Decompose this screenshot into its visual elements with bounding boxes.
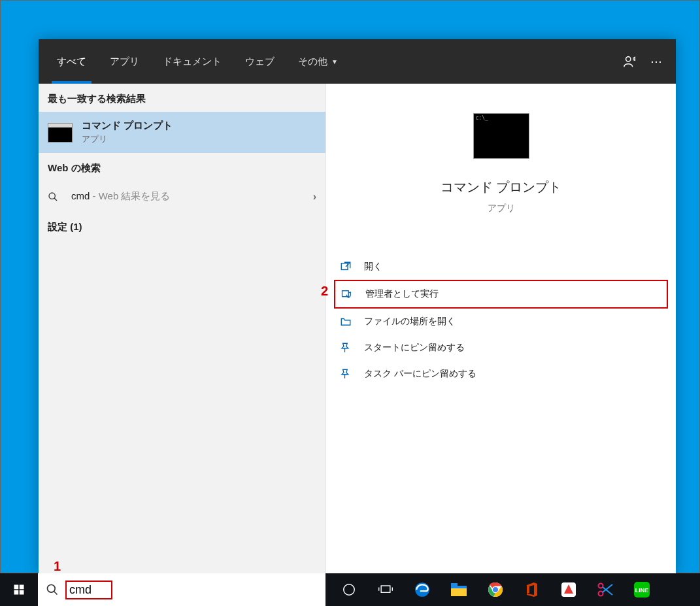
taskbar-line[interactable]: LINE xyxy=(624,573,660,606)
result-command-prompt[interactable]: コマンド プロンプト アプリ xyxy=(39,112,325,153)
pin-icon xyxy=(339,367,352,380)
details-title: コマンド プロンプト xyxy=(441,178,562,196)
taskbar-chrome[interactable] xyxy=(477,573,514,606)
svg-rect-7 xyxy=(14,585,19,590)
svg-rect-8 xyxy=(20,585,24,590)
open-icon xyxy=(339,260,352,273)
action-list: 開く 2 管理者として実行 ファイルの場所を開く スタートにピン留めする xyxy=(326,254,676,387)
svg-point-11 xyxy=(48,585,56,593)
tab-apps[interactable]: アプリ xyxy=(98,39,151,84)
action-pin-start[interactable]: スタートにピン留めする xyxy=(334,335,668,361)
taskbar-office[interactable] xyxy=(514,573,550,606)
action-pin-taskbar[interactable]: タスク バーにピン留めする xyxy=(334,361,668,387)
svg-point-26 xyxy=(599,584,603,588)
svg-rect-3 xyxy=(341,263,348,270)
tab-more[interactable]: その他▼ xyxy=(286,39,350,84)
pin-icon xyxy=(339,341,352,354)
annotation-1: 1 xyxy=(54,559,61,574)
web-search-result[interactable]: cmd - Web 結果を見る › xyxy=(39,181,325,212)
chevron-right-icon: › xyxy=(313,191,316,203)
web-search-label: Web の検索 xyxy=(39,153,325,181)
results-left-column: 最も一致する検索結果 コマンド プロンプト アプリ Web の検索 cmd - … xyxy=(39,84,326,573)
taskbar-taskview[interactable] xyxy=(367,573,404,606)
result-title: コマンド プロンプト xyxy=(82,120,173,132)
cmd-large-icon xyxy=(473,113,529,159)
svg-point-1 xyxy=(49,193,55,199)
action-pin-start-label: スタートにピン留めする xyxy=(364,342,465,354)
svg-line-2 xyxy=(54,198,57,201)
folder-icon xyxy=(339,315,352,328)
svg-rect-10 xyxy=(20,590,24,595)
result-subtitle: アプリ xyxy=(82,133,173,145)
panel-body: 最も一致する検索結果 コマンド プロンプト アプリ Web の検索 cmd - … xyxy=(39,84,676,573)
svg-point-25 xyxy=(599,592,603,596)
search-icon xyxy=(48,192,61,202)
action-open-label: 開く xyxy=(364,261,382,273)
tab-web[interactable]: ウェブ xyxy=(233,39,286,84)
search-icon xyxy=(46,583,59,596)
svg-rect-4 xyxy=(342,291,349,297)
taskbar-search-box[interactable]: 1 xyxy=(38,573,325,606)
details-right-column: コマンド プロンプト アプリ 開く 2 管理者として実行 ファイルの場所を開く xyxy=(326,84,676,573)
svg-text:LINE: LINE xyxy=(635,587,649,594)
more-options-icon[interactable]: ⋯ xyxy=(643,48,669,75)
action-run-as-admin-label: 管理者として実行 xyxy=(365,288,439,300)
action-open[interactable]: 開く xyxy=(334,254,668,280)
taskbar-cortana[interactable] xyxy=(331,573,367,606)
taskbar: 1 LINE xyxy=(0,573,700,606)
web-result-text: cmd - Web 結果を見る xyxy=(71,190,313,203)
feedback-icon[interactable] xyxy=(617,48,643,75)
annotation-2: 2 xyxy=(321,284,328,299)
action-open-location[interactable]: ファイルの場所を開く xyxy=(334,309,668,335)
search-input[interactable] xyxy=(69,583,108,597)
cmd-thumbnail-icon xyxy=(48,123,73,143)
svg-rect-20 xyxy=(451,586,467,588)
svg-rect-14 xyxy=(381,586,390,592)
action-run-as-admin[interactable]: 管理者として実行 xyxy=(334,280,668,309)
action-open-location-label: ファイルの場所を開く xyxy=(364,316,456,328)
taskbar-app-red[interactable] xyxy=(550,573,587,606)
action-pin-taskbar-label: タスク バーにピン留めする xyxy=(364,368,476,380)
taskbar-explorer[interactable] xyxy=(441,573,477,606)
chevron-down-icon: ▼ xyxy=(331,58,338,65)
taskbar-snip[interactable] xyxy=(587,573,624,606)
svg-rect-9 xyxy=(14,590,19,595)
taskbar-edge[interactable] xyxy=(404,573,441,606)
best-match-label: 最も一致する検索結果 xyxy=(39,84,325,112)
svg-point-13 xyxy=(344,584,355,596)
search-results-panel: すべて アプリ ドキュメント ウェブ その他▼ ⋯ 最も一致する検索結果 コマン… xyxy=(39,39,676,573)
tab-all[interactable]: すべて xyxy=(45,39,98,84)
tab-documents[interactable]: ドキュメント xyxy=(151,39,233,84)
start-button[interactable] xyxy=(0,573,38,606)
svg-point-0 xyxy=(626,57,631,61)
search-tabs-header: すべて アプリ ドキュメント ウェブ その他▼ ⋯ xyxy=(39,39,676,84)
admin-shield-icon xyxy=(341,288,354,301)
details-subtitle: アプリ xyxy=(488,203,515,214)
settings-label[interactable]: 設定 (1) xyxy=(39,212,325,240)
svg-line-12 xyxy=(54,592,58,595)
